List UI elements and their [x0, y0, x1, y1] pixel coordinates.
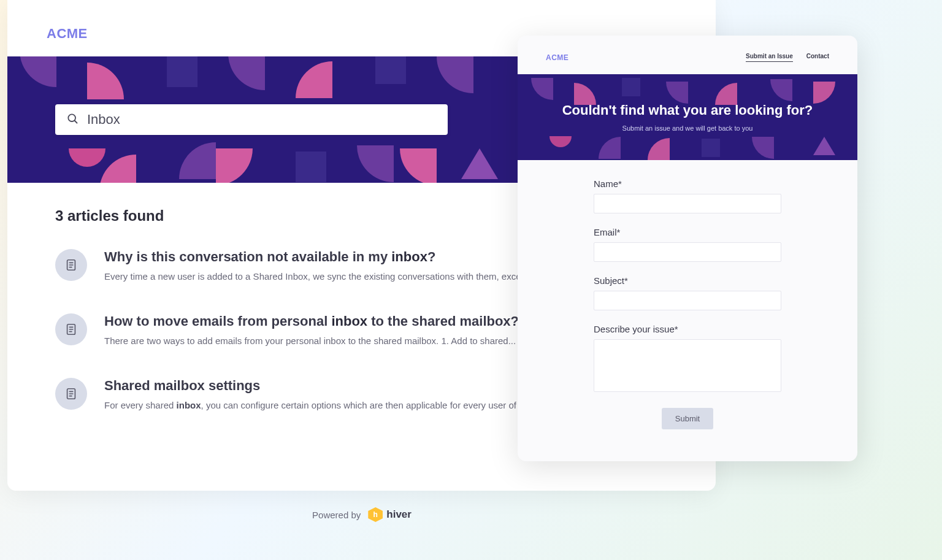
nav-submit-issue[interactable]: Submit an Issue	[746, 53, 793, 62]
svg-line-1	[75, 121, 77, 123]
document-icon	[55, 378, 87, 410]
describe-field[interactable]	[594, 339, 781, 392]
article-title: Why is this conversation not available i…	[104, 249, 537, 265]
issue-header: ACME Submit an Issue Contact	[518, 36, 857, 74]
email-label: Email*	[594, 227, 781, 237]
issue-nav: Submit an Issue Contact	[746, 53, 829, 62]
nav-contact[interactable]: Contact	[806, 53, 829, 62]
issue-hero-subtitle: Submit an issue and we will get back to …	[622, 125, 753, 132]
search-box[interactable]	[55, 104, 448, 135]
article-excerpt: There are two ways to add emails from yo…	[104, 334, 519, 347]
issue-hero-title: Couldn't find what you are looking for?	[562, 102, 813, 118]
hiver-badge[interactable]: h hiver	[368, 507, 412, 522]
subject-field[interactable]	[594, 291, 781, 310]
hiver-hex-icon: h	[368, 507, 383, 522]
search-icon	[66, 112, 78, 127]
article-excerpt: For every shared inbox, you can configur…	[104, 399, 537, 412]
email-field[interactable]	[594, 242, 781, 262]
issue-hero: Couldn't find what you are looking for? …	[518, 74, 857, 160]
name-field[interactable]	[594, 194, 781, 213]
issue-form: Name* Email* Subject* Describe your issu…	[518, 160, 857, 442]
submit-issue-card: ACME Submit an Issue Contact Couldn't fi…	[518, 36, 857, 461]
hiver-text: hiver	[386, 508, 412, 521]
name-label: Name*	[594, 178, 781, 189]
describe-label: Describe your issue*	[594, 324, 781, 334]
article-title: Shared mailbox settings	[104, 378, 537, 394]
article-text: How to move emails from personal inbox t…	[104, 313, 519, 347]
powered-by-label: Powered by	[312, 510, 361, 520]
article-text: Why is this conversation not available i…	[104, 249, 537, 283]
subject-label: Subject*	[594, 275, 781, 286]
article-title: How to move emails from personal inbox t…	[104, 313, 519, 329]
search-input[interactable]	[87, 112, 437, 128]
submit-button[interactable]: Submit	[662, 408, 713, 429]
brand-logo-small: ACME	[546, 53, 569, 62]
article-excerpt: Every time a new user is added to a Shar…	[104, 270, 537, 283]
article-text: Shared mailbox settings For every shared…	[104, 378, 537, 412]
document-icon	[55, 249, 87, 281]
footer: Powered by h hiver	[0, 507, 724, 522]
document-icon	[55, 313, 87, 345]
